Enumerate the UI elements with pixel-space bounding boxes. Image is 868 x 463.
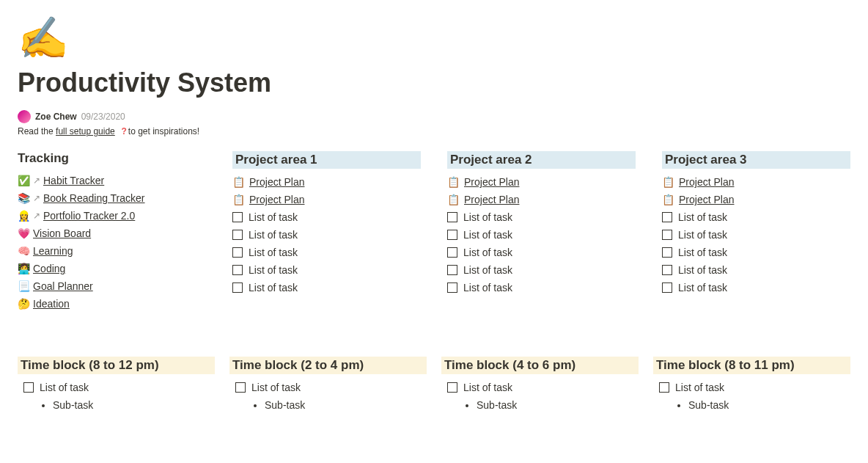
- tracking-link[interactable]: Portfolio Tracker 2.0: [43, 210, 135, 222]
- project-column-3: Project area 3 📋Project Plan📋Project Pla…: [662, 151, 850, 316]
- project-column-2: Project area 2 📋Project Plan📋Project Pla…: [447, 151, 636, 316]
- task-row: List of task: [662, 229, 850, 241]
- task-label: List of task: [249, 282, 298, 294]
- plan-link[interactable]: Project Plan: [464, 194, 519, 205]
- emoji-icon: 👷‍♀️: [18, 210, 30, 222]
- clipboard-icon: 📋: [232, 176, 245, 188]
- task-label: List of task: [249, 211, 298, 223]
- task-label: List of task: [678, 247, 727, 258]
- checkbox-icon[interactable]: [662, 282, 672, 293]
- project-heading-1: Project area 1: [232, 151, 421, 169]
- tracking-link[interactable]: Book Reading Tracker: [43, 192, 145, 204]
- author-name: Zoe Chew: [35, 112, 77, 122]
- checkbox-icon[interactable]: [447, 265, 457, 275]
- subtask: Sub-task: [477, 399, 639, 411]
- emoji-icon: 📚: [18, 192, 30, 204]
- task-row: List of task: [232, 247, 421, 258]
- tracking-item[interactable]: 👩‍💻Coding: [18, 263, 206, 274]
- project-plan[interactable]: 📋Project Plan: [232, 194, 421, 205]
- tracking-link[interactable]: Learning: [33, 245, 73, 257]
- checkbox-icon[interactable]: [662, 265, 672, 275]
- setup-guide-link[interactable]: full setup guide: [56, 126, 115, 136]
- tracking-item[interactable]: 🧠Learning: [18, 245, 206, 257]
- checkbox-icon[interactable]: [662, 247, 672, 258]
- checkbox-icon[interactable]: [447, 282, 457, 293]
- task-label: List of task: [678, 229, 727, 241]
- project-plan[interactable]: 📋Project Plan: [662, 176, 850, 188]
- task-row: List of task: [447, 282, 636, 294]
- tracking-item[interactable]: 📚↗Book Reading Tracker: [18, 192, 206, 204]
- clipboard-icon: 📋: [232, 194, 245, 205]
- checkbox-icon[interactable]: [232, 212, 243, 222]
- checkbox-icon[interactable]: [447, 382, 457, 393]
- checkbox-icon[interactable]: [232, 265, 243, 275]
- plan-link[interactable]: Project Plan: [679, 194, 734, 205]
- task-row: List of task: [447, 247, 636, 258]
- checkbox-icon[interactable]: [659, 382, 669, 393]
- task-row: List of task: [447, 264, 636, 276]
- emoji-icon: 📃: [18, 280, 30, 292]
- task-row: List of task: [662, 282, 850, 294]
- timeblock-heading-1: Time block (8 to 12 pm): [18, 357, 215, 374]
- tracking-item[interactable]: ✅↗Habit Tracker: [18, 175, 206, 186]
- plan-link[interactable]: Project Plan: [464, 176, 519, 188]
- project-column-1: Project area 1 📋Project Plan📋Project Pla…: [232, 151, 421, 316]
- arrow-icon: ↗: [33, 175, 40, 186]
- task-label: List of task: [251, 382, 301, 393]
- emoji-icon: 🤔: [18, 298, 30, 310]
- tracking-item[interactable]: 📃Goal Planner: [18, 280, 206, 292]
- task-row: List of task: [447, 229, 636, 241]
- checkbox-icon[interactable]: [232, 247, 243, 258]
- task-row: List of task: [232, 211, 421, 223]
- task-row: List of task: [447, 211, 636, 223]
- page-title: Productivity System: [18, 68, 850, 98]
- checkbox-icon[interactable]: [447, 212, 457, 222]
- checkbox-icon[interactable]: [447, 230, 457, 240]
- project-plan[interactable]: 📋Project Plan: [662, 194, 850, 205]
- subtask: Sub-task: [688, 399, 850, 411]
- task-label: List of task: [463, 282, 512, 294]
- project-plan[interactable]: 📋Project Plan: [232, 176, 421, 188]
- tracking-item[interactable]: 🤔Ideation: [18, 298, 206, 310]
- sub-prefix: Read the: [18, 126, 56, 136]
- sub-suffix: to get inspirations!: [128, 126, 199, 136]
- subtitle: Read the full setup guide ?to get inspir…: [18, 126, 850, 136]
- subtask: Sub-task: [265, 399, 427, 411]
- emoji-icon: ✅: [18, 175, 30, 186]
- checkbox-icon[interactable]: [662, 230, 672, 240]
- tracking-item[interactable]: 👷‍♀️↗Portfolio Tracker 2.0: [18, 210, 206, 222]
- checkbox-icon[interactable]: [662, 212, 672, 222]
- checkbox-icon[interactable]: [232, 282, 243, 293]
- task-row: List of task: [662, 211, 850, 223]
- tracking-link[interactable]: Goal Planner: [33, 280, 93, 292]
- checkbox-icon[interactable]: [23, 382, 34, 393]
- checkbox-icon[interactable]: [232, 230, 243, 240]
- project-plan[interactable]: 📋Project Plan: [447, 194, 636, 205]
- checkbox-icon[interactable]: [447, 247, 457, 258]
- tracking-link[interactable]: Ideation: [33, 298, 70, 310]
- emoji-icon: 👩‍💻: [18, 263, 30, 274]
- tracking-link[interactable]: Coding: [33, 263, 65, 274]
- avatar: [18, 110, 31, 123]
- task-label: List of task: [675, 382, 724, 393]
- clipboard-icon: 📋: [662, 176, 674, 188]
- plan-link[interactable]: Project Plan: [679, 176, 734, 188]
- subtask: Sub-task: [53, 399, 215, 411]
- clipboard-icon: 📋: [447, 194, 460, 205]
- project-plan[interactable]: 📋Project Plan: [447, 176, 636, 188]
- checkbox-icon[interactable]: [235, 382, 246, 393]
- task-label: List of task: [249, 264, 298, 276]
- task-row: List of task: [662, 264, 850, 276]
- plan-link[interactable]: Project Plan: [249, 194, 304, 205]
- emoji-icon: 🧠: [18, 245, 30, 257]
- timeblock-columns: Time block (8 to 12 pm) List of task Sub…: [18, 357, 850, 411]
- page-icon[interactable]: ✍️: [18, 18, 850, 59]
- timeblock-3: Time block (4 to 6 pm) List of task Sub-…: [441, 357, 639, 411]
- timeblock-4: Time block (8 to 11 pm) List of task Sub…: [653, 357, 850, 411]
- tracking-link[interactable]: Habit Tracker: [43, 175, 104, 186]
- task-label: List of task: [463, 247, 512, 258]
- plan-link[interactable]: Project Plan: [249, 176, 304, 188]
- timeblock-heading-3: Time block (4 to 6 pm): [441, 357, 639, 374]
- tracking-item[interactable]: 💗Vision Board: [18, 227, 206, 239]
- tracking-link[interactable]: Vision Board: [33, 227, 91, 239]
